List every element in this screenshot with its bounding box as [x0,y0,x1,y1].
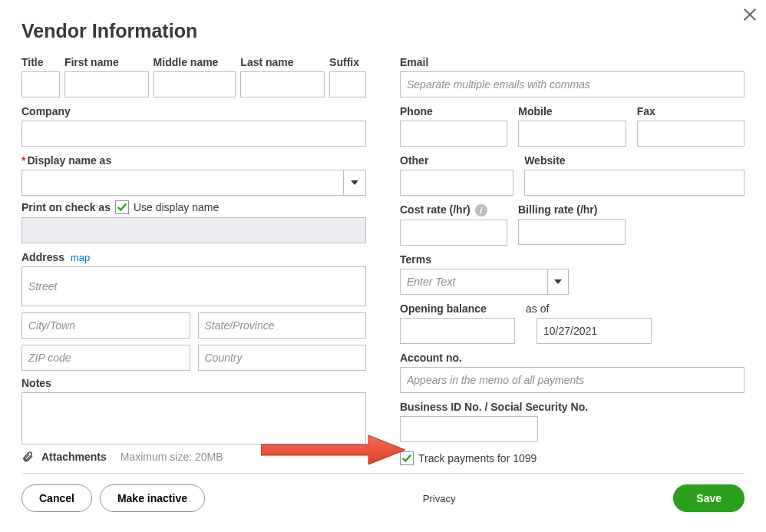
suffix-input[interactable] [329,71,366,97]
track-payments-1099-checkbox[interactable] [400,451,414,465]
address-street-input[interactable] [21,266,366,306]
address-city-input[interactable] [21,312,190,339]
middle-name-label: Middle name [154,56,236,68]
business-id-ssn-input[interactable] [400,416,538,442]
website-label: Website [524,154,745,167]
other-label: Other [400,154,513,167]
company-input[interactable] [21,121,366,147]
address-zip-input[interactable] [21,345,190,371]
use-display-name-checkbox-label: Use display name [134,201,219,213]
attachments-hint: Maximum size: 20MB [121,451,223,463]
footer: Cancel Make inactive Privacy Save [21,484,745,512]
terms-label: Terms [400,253,569,266]
first-name-label: First name [64,56,149,68]
cancel-button[interactable]: Cancel [21,484,92,512]
business-id-ssn-label: Business ID No. / Social Security No. [400,401,645,413]
billing-rate-label: Billing rate (/hr) [518,203,626,216]
mobile-input[interactable] [518,121,626,147]
last-name-label: Last name [240,56,325,68]
address-country-input[interactable] [198,345,367,371]
title-input[interactable] [21,71,60,97]
email-label: Email [400,56,745,68]
phone-input[interactable] [400,121,507,147]
attachments-label[interactable]: Attachments [41,451,107,463]
first-name-input[interactable] [64,71,149,97]
title-label: Title [21,56,60,68]
other-input[interactable] [400,170,513,196]
required-asterisk: * [21,154,25,167]
track-payments-1099-label: Track payments for 1099 [418,452,537,464]
divider [21,473,745,474]
account-no-label: Account no. [400,352,745,364]
save-button[interactable]: Save [673,484,745,512]
notes-input[interactable] [21,392,366,444]
last-name-input[interactable] [240,71,325,97]
notes-label: Notes [21,377,366,389]
print-on-check-as-input [21,217,366,243]
account-no-input[interactable] [400,367,745,393]
address-label: Address map [21,251,366,263]
close-icon[interactable] [741,6,758,23]
opening-balance-label: Opening balance [400,302,515,315]
display-name-as-label: *Display name as [21,154,366,167]
address-state-input[interactable] [198,312,367,339]
display-name-as-input[interactable] [21,170,343,196]
cost-rate-input[interactable] [400,220,507,246]
fax-label: Fax [637,105,745,117]
billing-rate-input[interactable] [518,219,626,245]
opening-balance-input[interactable] [400,318,515,344]
terms-select[interactable] [400,269,569,295]
paperclip-icon[interactable] [21,449,34,464]
page-title: Vendor Information [21,20,745,42]
print-on-check-as-label: Print on check as [21,201,111,213]
fax-input[interactable] [637,121,745,147]
phone-label: Phone [400,105,507,117]
use-display-name-checkbox[interactable] [115,200,129,214]
as-of-date-input[interactable] [537,318,652,344]
right-column: Email Phone Mobile Fax Ot [400,56,745,465]
vendor-information-modal: Vendor Information Title First name Midd… [0,0,766,532]
chevron-down-icon[interactable] [343,170,366,196]
cost-rate-label: Cost rate (/hr) i [400,203,507,216]
chevron-down-icon[interactable] [547,269,569,295]
terms-input[interactable] [400,269,547,295]
email-input[interactable] [400,71,745,97]
display-name-as-select[interactable] [21,170,366,196]
company-label: Company [21,105,366,117]
make-inactive-button[interactable]: Make inactive [100,484,205,512]
left-column: Title First name Middle name Last name S… [21,56,366,465]
website-input[interactable] [524,170,745,196]
privacy-link[interactable]: Privacy [423,493,456,504]
info-icon[interactable]: i [475,204,487,216]
suffix-label: Suffix [329,56,366,68]
mobile-label: Mobile [518,105,626,117]
middle-name-input[interactable] [154,71,236,97]
address-map-link[interactable]: map [71,252,90,263]
